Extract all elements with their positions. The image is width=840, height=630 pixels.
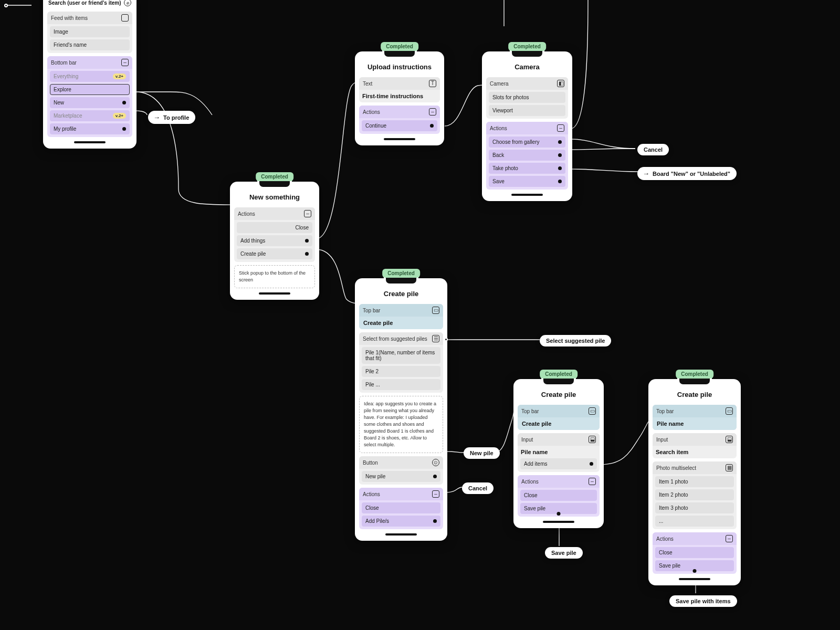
connector-dot bbox=[305, 239, 309, 243]
bottom-bar-item-explore[interactable]: Explore bbox=[50, 84, 130, 95]
phone-camera[interactable]: Completed Camera Camera ◧ Slots for phot… bbox=[482, 51, 572, 201]
status-completed: Completed bbox=[540, 370, 578, 379]
connector-dot bbox=[558, 180, 562, 183]
actions-section: Actions – Close Add Pile/s bbox=[359, 488, 443, 529]
card-title: Camera bbox=[486, 60, 568, 74]
phone-feed[interactable]: Search (user or friend's item) ⌕ Feed wi… bbox=[43, 0, 136, 149]
connector-dot bbox=[122, 101, 126, 104]
bottom-bar-item-new[interactable]: New bbox=[50, 97, 130, 108]
connector-dot bbox=[558, 153, 562, 157]
top-bar-value: Create pile bbox=[518, 417, 600, 430]
input-section: Input ⬓ Search item bbox=[653, 433, 737, 458]
save-pile-button[interactable]: Save pile bbox=[655, 560, 734, 571]
phone-create-pile-b[interactable]: Completed Create pile Top bar ▭ Create p… bbox=[513, 379, 604, 528]
feed-item[interactable]: Friend's name bbox=[50, 39, 130, 50]
feed-item[interactable]: Image bbox=[50, 26, 130, 37]
bottom-bar-item-marketplace[interactable]: Marketplace v.2+ bbox=[50, 110, 130, 121]
new-pile-button[interactable]: New pile bbox=[362, 471, 440, 482]
close-button[interactable]: Close bbox=[520, 490, 597, 501]
phone-upload-instructions[interactable]: Completed Upload instructions Text T Fir… bbox=[355, 51, 444, 145]
choose-from-gallery-button[interactable]: Choose from gallery bbox=[489, 136, 565, 148]
nav-new-pile[interactable]: New pile bbox=[464, 447, 500, 459]
create-pile-button[interactable]: Create pile bbox=[237, 248, 312, 259]
nav-cancel-pile[interactable]: Cancel bbox=[462, 482, 494, 494]
connector-dot bbox=[430, 124, 434, 128]
text-icon: T bbox=[429, 80, 436, 87]
home-indicator bbox=[679, 578, 710, 580]
section-label: Camera bbox=[490, 81, 509, 87]
collapse-icon: – bbox=[429, 108, 436, 116]
connector-dot bbox=[433, 475, 437, 478]
card-title: New something bbox=[234, 190, 315, 204]
actions-section: Actions – Close Save pile bbox=[518, 475, 600, 517]
close-button[interactable]: Close bbox=[655, 547, 734, 558]
home-indicator bbox=[543, 521, 574, 523]
suggested-pile-item[interactable]: Pile 1(Name, number of items that fit) bbox=[362, 347, 440, 364]
version-badge: v.2+ bbox=[113, 74, 126, 79]
bottom-bar-item-everything[interactable]: Everything v.2+ bbox=[50, 71, 130, 82]
nav-select-suggested-pile[interactable]: Select suggested pile bbox=[540, 335, 611, 346]
multiselect-item[interactable]: Item 2 photo bbox=[655, 489, 734, 500]
multiselect-item[interactable]: ... bbox=[655, 516, 734, 527]
feed-label: Feed with items bbox=[51, 15, 88, 21]
collapse-icon: – bbox=[726, 535, 733, 542]
card-title: Create pile bbox=[518, 387, 600, 402]
button-icon: ⊙ bbox=[432, 459, 439, 466]
search-icon: ⌕ bbox=[124, 0, 131, 6]
suggested-pile-item[interactable]: Pile 2 bbox=[362, 366, 440, 377]
connector-dot bbox=[433, 519, 437, 523]
add-things-button[interactable]: Add things bbox=[237, 235, 312, 246]
topbar-icon: ▭ bbox=[589, 407, 596, 415]
version-badge: v.2+ bbox=[113, 113, 126, 119]
search-label: Search (user or friend's item) bbox=[48, 0, 121, 6]
connector-dot bbox=[558, 140, 562, 144]
nav-save-pile-with-items[interactable]: Save pile with items bbox=[669, 595, 737, 607]
idea-note: Idea: app suggests you to create a pile … bbox=[359, 396, 443, 453]
suggested-section: Select from suggested piles ☰ Pile 1(Nam… bbox=[359, 332, 443, 393]
save-button[interactable]: Save bbox=[489, 176, 565, 187]
card-title: Create pile bbox=[653, 387, 737, 402]
back-button[interactable]: Back bbox=[489, 150, 565, 161]
add-items-button[interactable]: Add items bbox=[520, 458, 597, 469]
connector-dot bbox=[693, 569, 697, 573]
input-value: Pile name bbox=[521, 449, 548, 455]
section-label: Actions bbox=[490, 125, 507, 131]
nav-cancel-camera[interactable]: Cancel bbox=[637, 144, 669, 155]
input-value: Search item bbox=[656, 449, 688, 455]
bottom-bar-item-my-profile[interactable]: My profile bbox=[50, 123, 130, 134]
status-completed: Completed bbox=[508, 42, 546, 51]
connector-dot bbox=[557, 512, 561, 516]
close-button[interactable]: Close bbox=[237, 222, 312, 233]
close-button[interactable]: Close bbox=[362, 502, 440, 513]
section-label: Button bbox=[363, 460, 378, 466]
input-icon: ⬓ bbox=[726, 436, 733, 443]
section-label: Select from suggested piles bbox=[363, 336, 427, 342]
flowchart-canvas[interactable]: Search (user or friend's item) ⌕ Feed wi… bbox=[0, 0, 840, 630]
nav-save-pile[interactable]: Save pile bbox=[545, 547, 583, 559]
input-section: Input ⬓ Pile name Add items bbox=[518, 433, 600, 472]
continue-button[interactable]: Continue bbox=[362, 120, 437, 131]
section-label: Actions bbox=[363, 491, 380, 497]
phone-create-pile-a[interactable]: Completed Create pile Top bar ▭ Create p… bbox=[355, 278, 447, 541]
collapse-icon: – bbox=[432, 490, 439, 498]
connector-dot bbox=[305, 252, 309, 256]
status-completed: Completed bbox=[676, 370, 713, 379]
top-bar-section: Top bar ▭ Create pile bbox=[518, 405, 600, 430]
multiselect-item[interactable]: Item 3 photo bbox=[655, 502, 734, 513]
actions-section: Actions – Close Add things Create pile bbox=[234, 207, 315, 262]
camera-viewport[interactable]: Viewport bbox=[489, 105, 565, 116]
collapse-icon: – bbox=[121, 59, 129, 66]
top-bar-value: Pile name bbox=[653, 417, 737, 430]
card-title: Upload instructions bbox=[359, 60, 440, 74]
phone-new-something[interactable]: Completed New something Actions – Close … bbox=[230, 182, 319, 300]
camera-slots[interactable]: Slots for photos bbox=[489, 92, 565, 103]
multiselect-item[interactable]: Item 1 photo bbox=[655, 476, 734, 487]
phone-create-pile-c[interactable]: Completed Create pile Top bar ▭ Pile nam… bbox=[648, 379, 741, 585]
save-pile-button[interactable]: Save pile bbox=[520, 503, 597, 514]
nav-to-profile[interactable]: → To profile bbox=[148, 111, 195, 124]
add-piles-button[interactable]: Add Pile/s bbox=[362, 516, 440, 527]
take-photo-button[interactable]: Take photo bbox=[489, 163, 565, 174]
nav-label: Select suggested pile bbox=[546, 338, 605, 344]
nav-board-new[interactable]: → Board "New" or "Unlabeled" bbox=[637, 167, 737, 180]
suggested-pile-item[interactable]: Pile ... bbox=[362, 379, 440, 390]
